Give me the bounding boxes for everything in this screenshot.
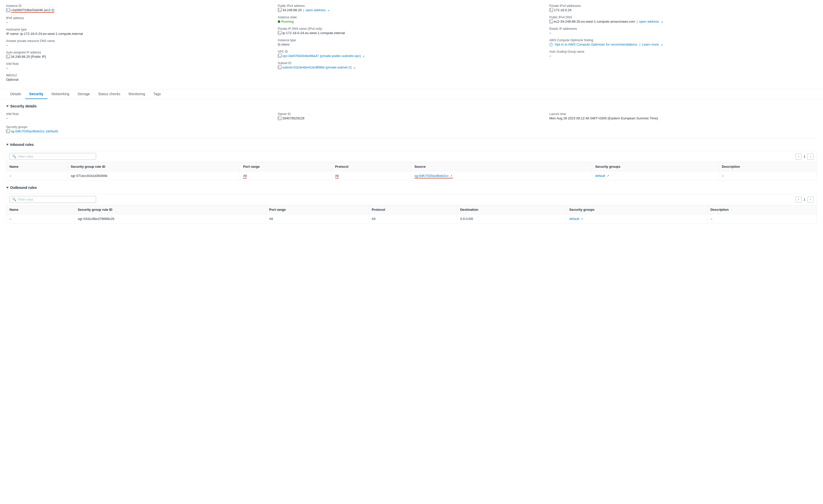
tab-storage[interactable]: Storage [73,89,94,99]
owner-id-value: 284078529228 [278,116,545,120]
answer-dns-value: – [6,43,274,47]
external-link-icon[interactable] [327,9,330,12]
security-group-link[interactable]: sg-0dfc7030ac8beb2cc (default) [11,129,58,133]
collapse-icon[interactable] [6,187,9,189]
open-address-link[interactable]: open address [306,8,326,12]
optimizer-value: i Opt-in to AWS Compute Optimizer for re… [549,42,817,46]
private-ipv4-label: Private IPv4 addresses [549,4,817,8]
search-icon: 🔍 [12,155,16,158]
collapse-icon[interactable] [6,144,9,146]
external-link-icon[interactable] [581,217,584,220]
source-link[interactable]: sg-0dfc7030ac8beb2cc [414,174,449,178]
col-destination: Destination [457,205,566,214]
hostname-value: IP name: ip-172-18-0-24.eu-west-1.comput… [6,32,274,36]
ipv6-label: IPv6 address [6,16,274,20]
col-protocol: Protocol [332,162,411,171]
cell-rule-id: sgr-02d1c8bc078689c28 [75,214,266,224]
tab-monitoring[interactable]: Monitoring [124,89,149,99]
open-address-link-dns[interactable]: open address [639,20,659,23]
answer-dns-label: Answer private resource DNS name [6,39,274,43]
cell-security-groups: default [592,171,718,181]
instance-id-label: Instance ID [6,4,274,8]
imdsv2-value: Optional [6,78,274,81]
cell-port-range: All [240,171,332,181]
outbound-filter-input-wrap[interactable]: 🔍 [9,196,96,203]
external-link-icon[interactable] [362,54,365,57]
copy-icon[interactable] [278,116,281,120]
private-dns-label: Private IP DNS name (IPv4 only) [278,27,545,31]
public-ipv4-label: Public IPv4 address [278,4,545,8]
instance-type-label: Instance type [278,38,545,42]
optimizer-label: AWS Compute Optimizer finding [549,38,817,42]
cell-protocol: All [332,171,411,181]
prev-page-button[interactable]: ‹ [796,197,802,203]
col-security-groups: Security groups [566,205,707,214]
copy-icon[interactable] [6,55,10,58]
inbound-filter-input[interactable] [18,155,93,158]
search-icon: 🔍 [12,198,16,201]
inbound-pagination: ‹ 1 › [796,154,814,160]
instance-state-badge: Running [278,20,545,23]
auto-scaling-group: Auto Scaling Group name – [549,50,817,58]
copy-icon[interactable] [549,20,553,23]
learn-more-link[interactable]: Learn more [642,42,659,46]
security-iam-group: IAM Role – [6,112,274,120]
col-rule-id: Security group rule ID [75,205,266,214]
copy-icon[interactable] [278,54,281,58]
copy-icon[interactable] [6,9,10,12]
instance-type-group: Instance type t2.micro [278,38,545,46]
cell-destination: 0.0.0.0/0 [457,214,566,224]
tab-security[interactable]: Security [25,89,47,99]
inbound-filter-input-wrap[interactable]: 🔍 [9,153,96,160]
iam-role-label: IAM Role [6,62,274,66]
tab-tags[interactable]: Tags [149,89,165,99]
next-page-button[interactable]: › [807,197,814,203]
external-link-icon[interactable] [353,66,356,69]
section-divider [6,138,817,139]
details-column-3: Private IPv4 addresses 172.18.0.24 Publi… [549,4,817,85]
copy-icon[interactable] [278,66,281,69]
tabs-bar: Details Security Networking Storage Stat… [0,89,823,99]
launch-time-group: Launch time Mon Aug 28 2023 09:12:46 GMT… [549,112,817,120]
col-source: Source [411,162,592,171]
iam-role-value: – [6,66,274,70]
security-groups-value: sg-0dfc7030ac8beb2cc (default) [6,129,817,133]
instance-state-label: Instance state [278,16,545,19]
private-dns-group: Private IP DNS name (IPv4 only) ip-172-1… [278,27,545,35]
external-link-icon[interactable] [661,20,664,23]
hostname-group: Hostname type IP name: ip-172-18-0-24.eu… [6,28,274,36]
tab-status-checks[interactable]: Status checks [94,89,124,99]
collapse-icon[interactable] [6,105,9,107]
security-groups-label: Security groups [6,125,817,129]
subnet-id-link[interactable]: subnet-01b3e4be41dc9898d (private-subnet… [282,65,352,69]
instance-type-value: t2.micro [278,42,545,46]
info-icon: i [549,43,553,46]
external-link-icon[interactable] [660,43,663,46]
security-group-outbound-link[interactable]: default [569,217,579,221]
security-group-row-link[interactable]: default [595,174,605,178]
auto-scaling-value: – [549,54,817,58]
copy-icon[interactable] [549,8,553,12]
optimizer-link[interactable]: Opt-in to AWS Compute Optimizer for reco… [555,42,638,46]
col-protocol: Protocol [368,205,457,214]
tab-details[interactable]: Details [6,89,25,99]
outbound-rules-table: Name Security group rule ID Port range P… [6,205,817,223]
elastic-ip-label: Elastic IP addresses [549,27,817,31]
vpc-id-label: VPC ID [278,50,545,53]
imdsv2-label: IMDSv2 [6,73,274,77]
prev-page-button[interactable]: ‹ [796,154,802,160]
instance-state-group: Instance state Running [278,16,545,23]
outbound-filter-input[interactable] [18,198,93,201]
vpc-id-link[interactable]: vpc-0af4783d34be98a47 (private-public-su… [282,54,361,58]
next-page-button[interactable]: › [807,154,814,160]
copy-icon[interactable] [278,8,281,12]
copy-icon[interactable] [278,31,281,35]
col-rule-id: Security group rule ID [67,162,240,171]
tab-networking[interactable]: Networking [47,89,73,99]
external-link-icon[interactable] [607,174,610,177]
details-column-2: Public IPv4 address 34.248.88.20 | open … [278,4,545,85]
external-link-icon[interactable] [450,174,453,177]
cell-port-range: All [266,214,368,224]
instance-details-panel: Instance ID i-0a0687f18be53a046 (ec2-2) … [0,0,823,89]
copy-icon[interactable] [6,130,10,133]
